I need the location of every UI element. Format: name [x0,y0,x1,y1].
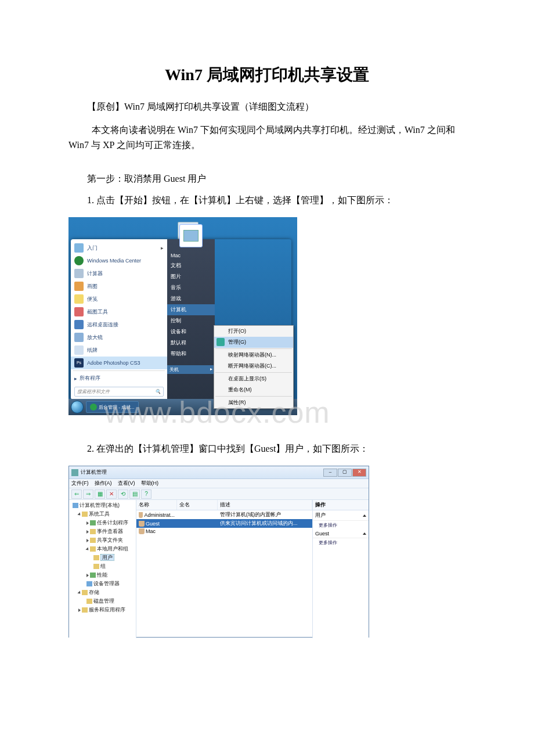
manage-icon [217,338,225,346]
divider [215,372,292,373]
chevron-right-icon: ▸ [74,376,77,381]
start-menu-right: Mac 文档 图片 音乐 游戏 计算机 控制 设备和 默认程 帮助和 关机▸ [167,239,215,399]
step2-body: 2. 在弹出的【计算机管理】窗口中找到【Guest】用户，如下图所示： [68,443,466,455]
user-icon [139,521,145,527]
users-icon [90,546,96,552]
sm-label: 画图 [87,283,98,290]
minimize-button[interactable]: – [323,469,337,477]
search-icon: 🔍 [155,389,161,394]
chevron-down-icon [85,547,89,551]
sm-item[interactable]: 入门▸ [71,242,167,254]
menubar: 文件(F) 操作(A) 查看(V) 帮助(H) [69,479,369,488]
chevron-right-icon [86,574,89,577]
start-orb[interactable] [71,401,84,413]
menu-file[interactable]: 文件(F) [71,480,89,487]
sm-label: 便笺 [87,296,98,303]
actions-section-users[interactable]: 用户 [313,510,369,521]
col-name[interactable]: 名称 [136,500,177,510]
maximize-button[interactable]: ▢ [338,469,352,477]
sm-item[interactable]: 放大镜 [71,331,167,344]
services-icon [82,607,88,613]
divider [73,370,165,371]
ctx-show-desktop[interactable]: 在桌面上显示(S) [214,373,293,384]
ctx-rename[interactable]: 重命名(M) [214,384,293,395]
all-programs-label: 所有程序 [80,375,100,382]
close-button[interactable]: ✕ [352,469,366,477]
chevron-down-icon [77,591,81,595]
all-programs[interactable]: ▸所有程序 [71,372,167,384]
context-menu: 打开(O) 管理(G) 映射网络驱动器(N)... 断开网络驱动器(C)... … [214,325,294,409]
window-titlebar: 计算机管理 – ▢ ✕ [69,466,369,479]
table-row[interactable]: Mac [136,528,312,535]
sm-label: Windows Media Center [87,258,141,264]
tree-shared[interactable]: 共享文件夹 [70,536,135,545]
sm-right-item[interactable]: 帮助和 [167,348,215,359]
sm-right-item[interactable]: 图片 [167,271,215,282]
tree-storage[interactable]: 存储 [70,588,135,597]
tree-disk[interactable]: 磁盘管理 [70,597,135,606]
app-icon [74,256,84,265]
sm-right-item[interactable]: 控制 [167,315,215,326]
sm-right-item[interactable]: Mac [167,251,215,260]
actions-more[interactable]: 更多操作 [313,538,369,547]
table-row-guest[interactable]: Guest 供来宾访问计算机或访问域的内... [136,519,312,528]
tree-localusers[interactable]: 本地用户和组 [70,545,135,553]
sm-right-item[interactable]: 默认程 [167,337,215,348]
divider [215,396,292,397]
sm-right-item[interactable]: 音乐 [167,282,215,293]
shutdown-button[interactable]: 关机▸ [167,365,215,374]
app-icon [71,469,78,476]
tree-event[interactable]: 事件查看器 [70,527,135,536]
search-input[interactable]: 搜索程序和文件🔍 [74,387,164,397]
tree-groups[interactable]: 组 [70,562,135,571]
taskbar-item[interactable]: 后台管理 - 成就... [86,401,139,413]
actions-section-guest[interactable]: Guest [313,530,369,538]
step1-body: 1. 点击【开始】按钮，在【计算机】上右键，选择【管理】，如下图所示： [68,195,466,207]
chevron-right-icon [86,521,89,525]
sm-item[interactable]: 便笺 [71,293,167,305]
tree-users[interactable]: 用户 [70,553,135,562]
actions-more[interactable]: 更多操作 [313,521,369,530]
sm-right-item[interactable]: 设备和 [167,326,215,337]
ctx-open[interactable]: 打开(O) [214,326,293,337]
sm-item[interactable]: PsAdobe Photoshop CS3 [71,357,167,369]
chevron-right-icon [86,530,89,534]
toolbar-delete[interactable]: ✕ [106,489,117,499]
tree-devmgr[interactable]: 设备管理器 [70,579,135,588]
menu-help[interactable]: 帮助(H) [141,480,159,487]
ctx-disconnect-drive[interactable]: 断开网络驱动器(C)... [214,361,293,372]
toolbar-help[interactable]: ? [141,489,151,499]
sm-right-item-computer[interactable]: 计算机 [167,304,215,315]
sm-right-item[interactable]: 文档 [167,260,215,271]
sm-item[interactable]: 纸牌 [71,344,167,357]
ctx-manage[interactable]: 管理(G) [214,337,293,348]
tree-root[interactable]: 计算机管理(本地) [70,501,135,510]
sm-item[interactable]: 画图 [71,280,167,293]
tree-task[interactable]: 任务计划程序 [70,519,135,527]
tree-systools[interactable]: 系统工具 [70,510,135,519]
sm-item[interactable]: 计算器 [71,267,167,280]
chevron-up-icon [363,514,366,517]
col-full[interactable]: 全名 [177,500,218,510]
sm-right-item[interactable]: 游戏 [167,293,215,304]
tree-perf[interactable]: 性能 [70,571,135,579]
menu-view[interactable]: 查看(V) [118,480,135,487]
ctx-properties[interactable]: 属性(R) [214,397,293,408]
toolbar-back[interactable]: ⇐ [71,489,82,499]
table-row[interactable]: Administrat... 管理计算机(域)的内置帐户 [136,510,312,519]
ctx-map-drive[interactable]: 映射网络驱动器(N)... [214,350,293,361]
toolbar-refresh[interactable]: ⟲ [118,489,128,499]
app-icon [74,294,84,304]
sm-item[interactable]: Windows Media Center [71,254,167,267]
toolbar: ⇐ ⇒ ▦ ✕ ⟲ ▤ ? [69,488,369,500]
chevron-down-icon [77,512,81,516]
sm-item[interactable]: 远程桌面连接 [71,318,167,331]
toolbar-up[interactable]: ▦ [95,489,105,499]
toolbar-props[interactable]: ▤ [129,489,140,499]
tree-services[interactable]: 服务和应用程序 [70,606,135,614]
doc-intro: 本文将向读者说明在 Win7 下如何实现同个局域网内共享打印机。经过测试，Win… [68,123,466,152]
toolbar-forward[interactable]: ⇒ [83,489,93,499]
sm-item[interactable]: 截图工具 [71,305,167,318]
col-desc[interactable]: 描述 [218,500,312,510]
menu-action[interactable]: 操作(A) [95,480,112,487]
